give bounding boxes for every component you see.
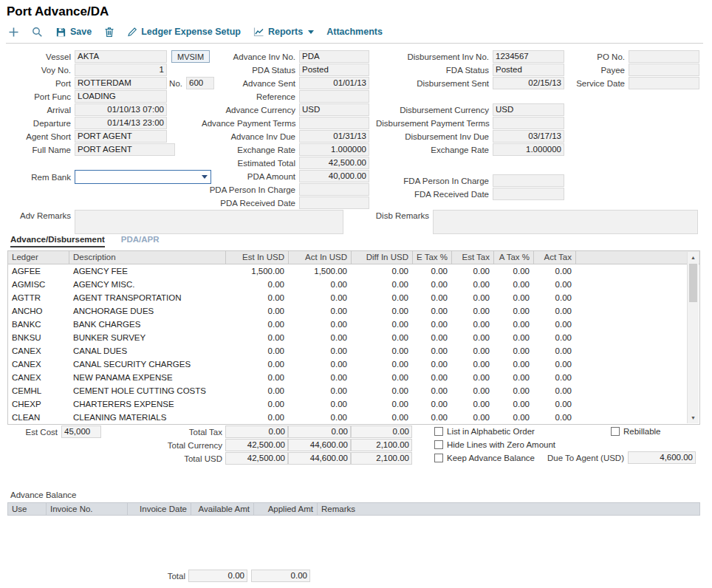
attachments-button[interactable]: Attachments xyxy=(326,27,383,37)
pda-received-date-field[interactable] xyxy=(299,196,369,209)
estimated-total-field[interactable]: 42,500.00 xyxy=(299,157,369,169)
payee-field[interactable] xyxy=(629,64,699,76)
ledger-scrollbar[interactable]: ▲ ▼ xyxy=(687,252,699,423)
advance-inv-no-field[interactable]: PDA xyxy=(299,50,369,63)
ledger-amount-cell: 0.00 xyxy=(534,278,576,291)
pda-person-in-charge-field[interactable] xyxy=(299,183,369,196)
new-button[interactable] xyxy=(8,27,19,38)
ledger-row[interactable]: BNKSUBUNKER SURVEY0.000.000.000.000.000.… xyxy=(8,331,699,344)
ledger-row[interactable]: BANKCBANK CHARGES0.000.000.000.000.000.0… xyxy=(8,318,699,331)
ledger-row[interactable]: AGTTRAGENT TRANSPORTATION0.000.000.000.0… xyxy=(8,291,699,304)
est-cost-field[interactable]: 45,000 xyxy=(61,425,101,438)
full-name-field[interactable]: PORT AGENT xyxy=(75,143,175,156)
ledger-amount-cell: 0.00 xyxy=(289,331,352,344)
ledger-row[interactable]: CANEXCANAL SECURITY CHARGES0.000.000.000… xyxy=(8,358,699,371)
save-button[interactable]: Save xyxy=(55,27,92,38)
total-usd-row: Total USD 42,500.00 44,600.00 2,100.00 xyxy=(111,452,412,465)
reference-field[interactable] xyxy=(299,90,369,103)
rem-bank-select[interactable] xyxy=(75,170,211,184)
port-field[interactable]: ROTTERDAM xyxy=(75,77,167,89)
disbursement-payment-terms-field[interactable] xyxy=(493,117,564,129)
advance-currency-field[interactable]: USD xyxy=(299,103,369,116)
ledger-row[interactable]: CANEXCANAL DUES0.000.000.000.000.000.000… xyxy=(8,344,699,358)
fda-status-field[interactable]: Posted xyxy=(493,64,564,76)
search-button[interactable] xyxy=(32,27,43,38)
pencil-icon xyxy=(127,27,137,37)
ledger-column-header: Act Tax xyxy=(534,251,576,264)
ledger-amount-cell: 0.00 xyxy=(413,358,452,371)
ledger-amount-cell: 1,500.00 xyxy=(289,264,352,278)
filler-cell xyxy=(576,397,699,411)
arrival-label: Arrival xyxy=(10,106,75,114)
tab-pda-apr[interactable]: PDA/APR xyxy=(121,235,160,247)
scroll-down-icon[interactable]: ▼ xyxy=(688,412,699,423)
ledger-amount-cell: 0.00 xyxy=(352,411,413,424)
ledger-row[interactable]: AGFEEAGENCY FEE1,500.001,500.000.000.000… xyxy=(8,264,699,278)
ledger-row[interactable]: ANCHOANCHORAGE DUES0.000.000.000.000.000… xyxy=(8,304,699,318)
list-alphabetic-order-checkbox[interactable]: List in Alphabetic Order xyxy=(434,427,535,436)
po-no-field[interactable] xyxy=(629,50,699,63)
agent-short-field[interactable]: PORT AGENT xyxy=(75,130,167,143)
pda-amount-field[interactable]: 40,000.00 xyxy=(299,170,369,182)
service-date-field[interactable] xyxy=(629,77,699,89)
ledger-column-header: Est Tax xyxy=(452,251,494,264)
advance-inv-due-field[interactable]: 01/31/13 xyxy=(299,130,369,143)
ledger-row[interactable]: CLEANCLEANING MATERIALS0.000.000.000.000… xyxy=(8,411,699,424)
ledger-column-header: Description xyxy=(69,251,226,264)
pda-received-date-label: PDA Received Date xyxy=(202,199,299,208)
advance-payment-terms-field[interactable] xyxy=(299,117,369,129)
fda-person-in-charge-field[interactable] xyxy=(493,174,564,187)
filler-cell xyxy=(576,318,699,331)
ledger-amount-cell: 0.00 xyxy=(352,264,413,278)
ledger-row[interactable]: AGMISCAGENCY MISC.0.000.000.000.000.000.… xyxy=(8,278,699,291)
rebillable-checkbox[interactable]: Rebillable xyxy=(611,427,661,436)
ledger-amount-cell: 0.00 xyxy=(352,371,413,384)
ledger-row[interactable]: CEMHLCEMENT HOLE CUTTING COSTS0.000.000.… xyxy=(8,384,699,397)
port-func-field[interactable]: LOADING xyxy=(75,90,167,103)
scroll-thumb[interactable] xyxy=(689,264,697,302)
ledger-row[interactable]: CANEXNEW PANAMA EXPENSE0.000.000.000.000… xyxy=(8,371,699,384)
ledger-expense-setup-button[interactable]: Ledger Expense Setup xyxy=(127,27,241,37)
trash-icon xyxy=(104,27,114,38)
fda-received-date-field[interactable] xyxy=(493,188,564,200)
advance-sent-field[interactable]: 01/01/13 xyxy=(299,77,369,89)
estimated-total-label: Estimated Total xyxy=(202,159,299,168)
departure-field[interactable]: 01/14/13 23:00 xyxy=(75,117,167,129)
scroll-up-icon[interactable]: ▲ xyxy=(688,252,699,263)
ledger-code-cell: CHEXP xyxy=(8,397,69,411)
ab-total-label: Total xyxy=(118,572,188,581)
ledger-amount-cell: 0.00 xyxy=(494,371,534,384)
disbursement-inv-due-field[interactable]: 03/17/13 xyxy=(493,130,564,143)
ledger-description-cell: ANCHORAGE DUES xyxy=(69,304,226,318)
total-tax-est: 0.00 xyxy=(225,425,288,438)
total-usd-est: 42,500.00 xyxy=(225,452,288,465)
arrival-field[interactable]: 01/10/13 07:00 xyxy=(75,103,167,116)
due-to-agent-field[interactable]: 4,600.00 xyxy=(628,451,696,464)
reports-button[interactable]: Reports xyxy=(253,27,314,37)
ledger-row[interactable]: CHEXPCHARTERERS EXPENSE0.000.000.000.000… xyxy=(8,397,699,411)
pda-status-field[interactable]: Posted xyxy=(299,64,369,76)
disb-remarks-field[interactable] xyxy=(433,210,698,234)
delete-button[interactable] xyxy=(104,27,114,38)
voy-no-field[interactable]: 1 xyxy=(75,64,167,76)
disbursement-currency-field[interactable]: USD xyxy=(493,103,564,116)
ledger-column-header: Diff In USD xyxy=(352,251,413,264)
disbursement-exchange-rate-field[interactable]: 1.000000 xyxy=(493,143,564,156)
tab-advance-disbursement[interactable]: Advance/Disbursement xyxy=(10,235,105,247)
ledger-amount-cell: 0.00 xyxy=(534,344,576,358)
adv-remarks-field[interactable] xyxy=(75,210,343,234)
disbursement-inv-no-field[interactable]: 1234567 xyxy=(493,50,564,63)
disbursement-sent-field[interactable]: 02/15/13 xyxy=(493,77,564,89)
ledger-code-cell: AGFEE xyxy=(8,264,69,278)
ledger-amount-cell: 0.00 xyxy=(452,278,494,291)
hide-zero-lines-checkbox[interactable]: Hide Lines with Zero Amount xyxy=(434,440,555,449)
ledger-amount-cell: 0.00 xyxy=(226,397,289,411)
vessel-field[interactable]: AKTA xyxy=(75,50,167,63)
advance-exchange-rate-field[interactable]: 1.000000 xyxy=(299,143,369,156)
disb-remarks-label: Disb Remarks xyxy=(372,210,433,234)
fda-received-date-label: FDA Received Date xyxy=(376,190,493,199)
ledger-amount-cell: 0.00 xyxy=(452,291,494,304)
ledger-column-header: A Tax % xyxy=(494,251,534,264)
ledger-amount-cell: 0.00 xyxy=(494,344,534,358)
ledger-description-cell: BUNKER SURVEY xyxy=(69,331,226,344)
